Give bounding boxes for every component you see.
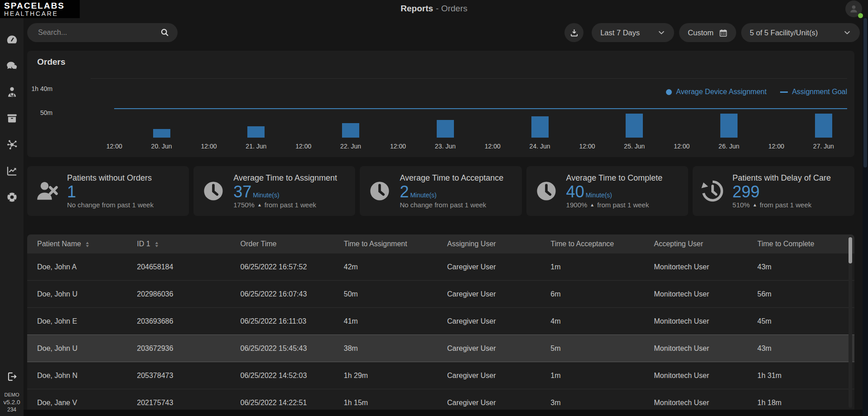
table-cell: Caregiver User bbox=[441, 335, 544, 362]
table-cell: Monitortech User bbox=[648, 253, 751, 281]
table-row[interactable]: Doe, John N20537847306/25/2022 14:52:031… bbox=[27, 362, 854, 389]
page-scrollbar-thumb[interactable] bbox=[863, 18, 867, 167]
trend-up-icon: ▲ bbox=[752, 202, 757, 207]
x-axis-label: 23. Jun bbox=[435, 143, 456, 150]
kpi-trend: 1750%▲from past 1 week bbox=[233, 201, 337, 209]
sidebar-item-7[interactable] bbox=[0, 184, 24, 210]
column-header-time-to-complete[interactable]: Time to Complete bbox=[751, 234, 854, 253]
spacelabs-logo: SPACELABS HEALTHCARE bbox=[0, 0, 80, 18]
y-axis-label: 1h 40m bbox=[27, 85, 53, 92]
column-header-label: Order Time bbox=[241, 240, 277, 248]
table-cell: 3m bbox=[544, 389, 647, 410]
table-cell: Doe, John U bbox=[27, 281, 130, 308]
table-cell: 41m bbox=[338, 308, 441, 335]
sidebar-item-2[interactable] bbox=[0, 53, 24, 79]
sidebar-item-6[interactable] bbox=[0, 158, 24, 184]
table-cell: 45m bbox=[751, 308, 854, 335]
kpi-body: Patients with Delay of Care299510%▲from … bbox=[733, 173, 831, 209]
clock-icon bbox=[366, 177, 393, 205]
table-row[interactable]: Doe, John U20298603606/25/2022 16:07:435… bbox=[27, 281, 854, 308]
column-header-id-1[interactable]: ID 1▲▼ bbox=[130, 234, 234, 253]
version-info: DEMO v5.2.0 234 bbox=[0, 391, 24, 413]
date-range-value: Last 7 Days bbox=[600, 29, 640, 37]
kpi-trend: No change from past 1 week bbox=[67, 201, 154, 209]
table-cell: Caregiver User bbox=[441, 362, 544, 389]
sidebar-item-5[interactable] bbox=[0, 131, 24, 158]
y-axis-label: 50m bbox=[27, 109, 53, 116]
table-row[interactable]: Doe, John E20369368606/25/2022 16:11:034… bbox=[27, 308, 854, 335]
date-range-dropdown[interactable]: Last 7 Days bbox=[592, 23, 674, 42]
page-title: Reports - Orders bbox=[0, 0, 868, 17]
x-axis-label: 12:00 bbox=[768, 143, 784, 150]
table-scrollbar[interactable] bbox=[849, 236, 852, 408]
table-scrollbar-thumb[interactable] bbox=[849, 237, 852, 263]
download-button[interactable] bbox=[564, 23, 583, 42]
table-cell: Monitortech User bbox=[648, 308, 751, 335]
kpi-delta: 510% bbox=[733, 201, 750, 209]
x-axis-label: 27. Jun bbox=[813, 143, 834, 150]
chart-bar[interactable] bbox=[720, 114, 738, 138]
sidebar-nav bbox=[0, 17, 24, 210]
demo-label: DEMO bbox=[0, 391, 24, 398]
facility-dropdown[interactable]: 5 of 5 Facility/Unit(s) bbox=[741, 23, 860, 42]
custom-date-button[interactable]: Custom bbox=[679, 23, 736, 42]
table-cell: 1h 29m bbox=[338, 362, 441, 389]
toolbar: Last 7 Days Custom 5 of 5 Facility/Unit(… bbox=[24, 17, 863, 48]
column-header-time-to-assignment[interactable]: Time to Assignment bbox=[338, 234, 441, 253]
chart-bar[interactable] bbox=[153, 129, 170, 138]
history-clock-icon bbox=[699, 177, 726, 205]
table-row[interactable]: Doe, John A20465818406/25/2022 16:57:524… bbox=[27, 253, 854, 281]
table-cell: 1h 31m bbox=[751, 362, 854, 389]
chart-bar[interactable] bbox=[247, 126, 265, 138]
sidebar-item-3[interactable] bbox=[0, 79, 24, 105]
table-cell: 38m bbox=[338, 335, 441, 362]
table-cell: Doe, John A bbox=[27, 253, 130, 281]
chart-bar[interactable] bbox=[815, 114, 832, 138]
kpi-unit: Minute(s) bbox=[253, 191, 279, 199]
goal-line bbox=[114, 108, 847, 109]
clinician-icon bbox=[6, 86, 18, 98]
search-input[interactable] bbox=[27, 23, 178, 42]
chart-bar[interactable] bbox=[626, 114, 643, 138]
chat-bubbles-icon bbox=[6, 60, 18, 72]
column-header-time-to-acceptance[interactable]: Time to Acceptance bbox=[544, 234, 647, 253]
kpi-row: Patients without Orders1No change from p… bbox=[27, 166, 854, 216]
table-cell: Doe, Jane V bbox=[27, 389, 130, 410]
chart-bar[interactable] bbox=[437, 120, 454, 138]
column-header-label: Time to Acceptance bbox=[550, 240, 614, 248]
chart-bar[interactable] bbox=[342, 123, 359, 138]
column-header-order-time[interactable]: Order Time bbox=[234, 234, 338, 253]
column-header-label: Assigning User bbox=[447, 240, 496, 248]
x-axis-label: 24. Jun bbox=[530, 143, 550, 150]
kpi-value: 40 bbox=[566, 183, 584, 201]
chart-bar[interactable] bbox=[531, 116, 549, 138]
kpi-body: Average Time to Assignment37Minute(s)175… bbox=[233, 173, 337, 209]
history-clock-icon bbox=[700, 179, 725, 203]
page-scrollbar[interactable] bbox=[863, 17, 868, 416]
column-header-label: Time to Assignment bbox=[344, 240, 407, 248]
search-box bbox=[27, 23, 178, 42]
table-cell: Caregiver User bbox=[441, 308, 544, 335]
sidebar-item-1[interactable] bbox=[0, 26, 24, 53]
x-axis-label: 12:00 bbox=[579, 143, 595, 150]
orders-chart-card: Orders Average Device AssignmentAssignme… bbox=[27, 51, 854, 157]
sidebar-item-4[interactable] bbox=[0, 105, 24, 131]
table-row[interactable]: Doe, Jane V20217574306/25/2022 14:22:511… bbox=[27, 389, 854, 410]
kpi-trend: 510%▲from past 1 week bbox=[733, 201, 831, 209]
table-cell: 56m bbox=[751, 281, 854, 308]
archive-box-icon bbox=[6, 112, 18, 124]
table-cell: 06/25/2022 16:07:43 bbox=[234, 281, 338, 308]
user-avatar[interactable] bbox=[845, 0, 862, 17]
kpi-value: 299 bbox=[733, 183, 760, 201]
column-header-accepting-user[interactable]: Accepting User bbox=[648, 234, 751, 253]
column-header-assigning-user[interactable]: Assigning User bbox=[441, 234, 544, 253]
table-cell: 203693686 bbox=[130, 308, 234, 335]
x-axis-label: 20. Jun bbox=[151, 143, 172, 150]
x-axis-label: 21. Jun bbox=[246, 143, 266, 150]
trend-up-icon: ▲ bbox=[257, 202, 262, 207]
table-row[interactable]: Doe, John U20367293606/25/2022 15:45:433… bbox=[27, 335, 854, 362]
logout-button[interactable] bbox=[0, 370, 24, 383]
kpi-trend-text: No change from past 1 week bbox=[400, 201, 486, 209]
column-header-patient-name[interactable]: Patient Name▲▼ bbox=[27, 234, 130, 253]
search-icon[interactable] bbox=[160, 28, 169, 37]
